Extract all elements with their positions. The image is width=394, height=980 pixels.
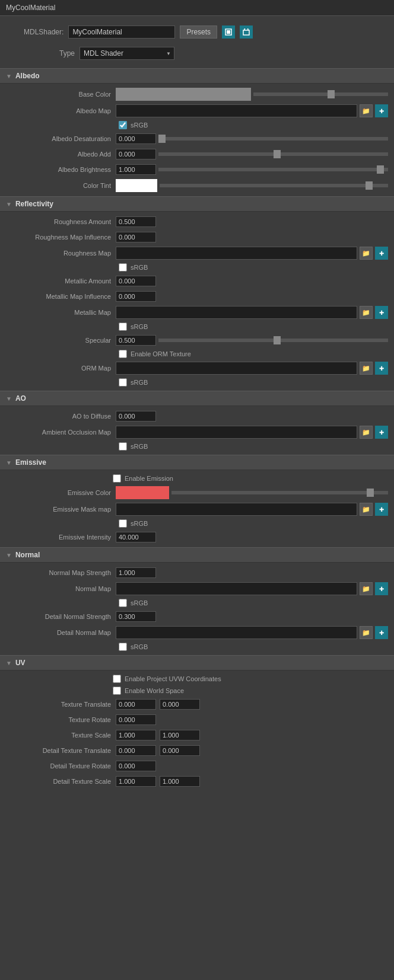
icon-button-1[interactable]	[222, 25, 235, 39]
albedo-brightness-label: Albedo Brightness	[6, 166, 116, 173]
ao-map-add[interactable]: ✚	[375, 426, 388, 439]
enable-uvw-checkbox[interactable]	[113, 675, 121, 683]
enable-emission-checkbox[interactable]	[113, 474, 121, 483]
ao-map-folder[interactable]: 📁	[360, 426, 373, 439]
albedo-map-folder[interactable]: 📁	[360, 104, 373, 117]
section-emissive: ▼ Emissive Enable Emission Emissive Colo…	[0, 455, 394, 547]
orm-map-add[interactable]: ✚	[375, 362, 388, 375]
orm-map-folder[interactable]: 📁	[360, 362, 373, 375]
ao-map-label: Ambient Occlusion Map	[6, 429, 116, 436]
albedo-brightness-value	[116, 164, 388, 175]
presets-button[interactable]: Presets	[180, 25, 217, 39]
detail-normal-strength-label: Detail Normal Strength	[6, 613, 116, 620]
mdl-input[interactable]	[68, 25, 175, 39]
title-label: MyCoolMaterial	[6, 4, 55, 12]
roughness-map-folder[interactable]: 📁	[360, 247, 373, 260]
icon-button-2[interactable]	[240, 25, 253, 39]
emissive-intensity-input[interactable]	[116, 532, 156, 542]
detail-normal-srgb-row: sRGB	[0, 641, 394, 653]
color-tint-swatch[interactable]	[116, 179, 157, 192]
ao-to-diffuse-label: AO to Diffuse	[6, 413, 116, 420]
normal-map-folder[interactable]: 📁	[360, 582, 373, 595]
detail-texture-scale-x-input[interactable]	[116, 776, 156, 787]
detail-normal-map-input[interactable]	[116, 626, 357, 639]
metallic-map-add[interactable]: ✚	[375, 306, 388, 319]
detail-normal-strength-input[interactable]	[116, 611, 156, 622]
roughness-amount-input[interactable]	[116, 216, 156, 227]
prop-row-detail-texture-rotate: Detail Texture Rotate	[0, 758, 394, 774]
section-emissive-header[interactable]: ▼ Emissive	[0, 455, 394, 470]
ao-srgb-checkbox[interactable]	[119, 442, 127, 451]
roughness-map-add[interactable]: ✚	[375, 247, 388, 260]
detail-texture-scale-y-input[interactable]	[160, 776, 200, 787]
main-content: ▼ Albedo Base Color Albedo Map 📁	[0, 68, 394, 791]
detail-normal-srgb-label: sRGB	[131, 643, 148, 650]
texture-scale-x-input[interactable]	[116, 730, 156, 740]
detail-normal-map-add[interactable]: ✚	[375, 626, 388, 639]
svg-rect-2	[243, 30, 249, 35]
normal-map-add[interactable]: ✚	[375, 582, 388, 595]
metallic-map-influence-input[interactable]	[116, 291, 156, 302]
texture-translate-y-input[interactable]	[160, 699, 200, 710]
section-ao-header[interactable]: ▼ AO	[0, 391, 394, 406]
roughness-map-influence-input[interactable]	[116, 232, 156, 242]
texture-rotate-input[interactable]	[116, 714, 156, 725]
section-uv-header[interactable]: ▼ UV	[0, 655, 394, 671]
section-albedo-header[interactable]: ▼ Albedo	[0, 68, 394, 84]
metallic-map-folder[interactable]: 📁	[360, 306, 373, 319]
metallic-srgb-checkbox[interactable]	[119, 323, 127, 331]
orm-map-input[interactable]	[116, 362, 357, 375]
albedo-desat-input[interactable]	[116, 133, 156, 144]
albedo-map-input[interactable]	[116, 104, 357, 117]
prop-row-metallic-map: Metallic Map 📁 ✚	[0, 304, 394, 321]
albedo-map-add[interactable]: ✚	[375, 104, 388, 117]
metallic-amount-input[interactable]	[116, 276, 156, 286]
detail-texture-rotate-input[interactable]	[116, 761, 156, 771]
emissive-srgb-checkbox[interactable]	[119, 519, 127, 528]
enable-orm-checkbox[interactable]	[119, 350, 127, 358]
prop-row-emissive-color: Emissive Color	[0, 484, 394, 501]
ao-srgb-label: sRGB	[131, 443, 148, 450]
normal-title: Normal	[15, 551, 40, 559]
albedo-add-input[interactable]	[116, 149, 156, 159]
emissive-mask-add[interactable]: ✚	[375, 503, 388, 516]
detail-texture-translate-x-input[interactable]	[116, 745, 156, 756]
texture-translate-x-input[interactable]	[116, 699, 156, 710]
detail-normal-map-folder[interactable]: 📁	[360, 626, 373, 639]
emissive-mask-input[interactable]	[116, 503, 357, 516]
texture-scale-y-input[interactable]	[160, 730, 200, 740]
enable-uvw-label: Enable Project UVW Coordinates	[125, 675, 221, 682]
albedo-srgb-checkbox[interactable]	[119, 121, 127, 129]
detail-texture-translate-y-input[interactable]	[160, 745, 200, 756]
enable-worldspace-checkbox[interactable]	[113, 687, 121, 695]
emissive-srgb-label: sRGB	[131, 520, 148, 527]
emissive-color-swatch[interactable]	[116, 486, 169, 499]
emissive-mask-folder[interactable]: 📁	[360, 503, 373, 516]
albedo-title: Albedo	[15, 72, 40, 80]
normal-arrow: ▼	[6, 552, 12, 558]
detail-normal-srgb-checkbox[interactable]	[119, 643, 127, 651]
ao-to-diffuse-input[interactable]	[116, 411, 156, 422]
albedo-map-label: Albedo Map	[6, 107, 116, 114]
normal-srgb-checkbox[interactable]	[119, 599, 127, 607]
metallic-map-input[interactable]	[116, 306, 357, 319]
type-select[interactable]: MDL Shader	[80, 47, 174, 60]
specular-input[interactable]	[116, 335, 156, 346]
roughness-map-input[interactable]	[116, 247, 357, 260]
prop-row-base-color: Base Color	[0, 86, 394, 103]
albedo-srgb-row: sRGB	[0, 119, 394, 131]
specular-label: Specular	[6, 337, 116, 344]
albedo-brightness-input[interactable]	[116, 164, 156, 175]
base-color-swatch[interactable]	[116, 88, 251, 101]
prop-row-orm-map: ORM Map 📁 ✚	[0, 360, 394, 376]
section-normal-header[interactable]: ▼ Normal	[0, 547, 394, 563]
prop-row-emissive-mask: Emissive Mask map 📁 ✚	[0, 501, 394, 518]
ao-srgb-row: sRGB	[0, 440, 394, 452]
orm-srgb-checkbox[interactable]	[119, 378, 127, 387]
prop-row-specular: Specular	[0, 333, 394, 348]
ao-map-input[interactable]	[116, 426, 357, 439]
normal-strength-input[interactable]	[116, 567, 156, 578]
section-reflectivity-header[interactable]: ▼ Reflectivity	[0, 196, 394, 212]
roughness-srgb-checkbox[interactable]	[119, 263, 127, 272]
normal-map-input[interactable]	[116, 582, 357, 595]
